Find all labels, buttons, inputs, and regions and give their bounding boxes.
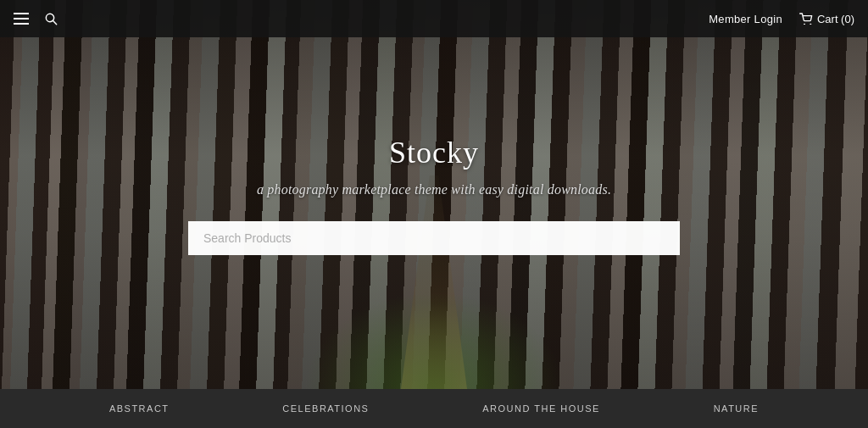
bottom-navigation: ABSTRACT CELEBRATIONS AROUND THE HOUSE N… bbox=[0, 389, 868, 428]
nav-item-around-the-house[interactable]: AROUND THE HOUSE bbox=[457, 400, 626, 417]
member-login-button[interactable]: Member Login bbox=[709, 13, 782, 25]
cart-button[interactable]: Cart (0) bbox=[799, 13, 854, 25]
search-input[interactable] bbox=[188, 221, 680, 255]
header-left bbox=[14, 12, 58, 25]
search-container bbox=[17, 221, 851, 255]
svg-line-1 bbox=[53, 20, 56, 24]
svg-point-3 bbox=[810, 24, 811, 25]
hero-section: Stocky a photography marketplace theme w… bbox=[0, 0, 868, 389]
nav-item-abstract[interactable]: ABSTRACT bbox=[84, 400, 195, 417]
hero-title: Stocky bbox=[17, 135, 851, 170]
bottom-nav-items: ABSTRACT CELEBRATIONS AROUND THE HOUSE N… bbox=[53, 400, 815, 417]
header-right: Member Login Cart (0) bbox=[709, 13, 854, 25]
cart-icon bbox=[799, 13, 813, 25]
hamburger-menu-icon[interactable] bbox=[14, 13, 29, 25]
hero-content: Stocky a photography marketplace theme w… bbox=[0, 135, 868, 255]
hero-greenery bbox=[303, 292, 564, 389]
hero-subtitle: a photography marketplace theme with eas… bbox=[17, 182, 851, 197]
header: Member Login Cart (0) bbox=[0, 0, 868, 37]
nav-item-nature[interactable]: NATURE bbox=[688, 400, 784, 417]
search-icon[interactable] bbox=[44, 12, 58, 25]
nav-item-celebrations[interactable]: CELEBRATIONS bbox=[257, 400, 394, 417]
cart-label: Cart (0) bbox=[817, 13, 854, 25]
svg-point-2 bbox=[804, 24, 805, 25]
